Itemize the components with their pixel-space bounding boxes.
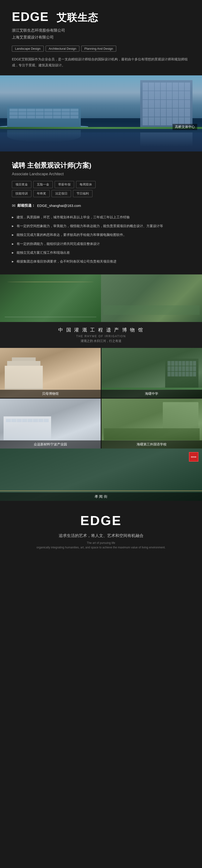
irrigation-right-bg (101, 274, 202, 322)
benefit-tag-0: 项目奖金 (12, 181, 31, 188)
logo-cn: 艾联生态 (57, 12, 98, 23)
requirement-2: 能独立完成方案的构思和表达，要求较高的手绘能力和掌握电脑绘图软件。 (12, 232, 190, 238)
building-windows-left (9, 109, 78, 125)
company2: 上海艾景观设计有限公司 (12, 34, 190, 41)
building-right (140, 80, 193, 128)
benefits-row-2: 技能培训 年终奖 法定假日 节日福利 (12, 190, 190, 197)
museum-roof-1 (7, 361, 40, 366)
project-zhongyuan: 众远新材料宁波产业园 (0, 399, 101, 448)
project-haiyan-middle: 海曙中学 (101, 348, 202, 398)
footer-tagline-cn: 追求生活的艺术，将人文、艺术和空间有机融合 (12, 533, 190, 538)
benefits-row-1: 项目奖金 五险一金 带薪年假 每周双休 (12, 181, 190, 188)
logo-title: EDGE 艾联生态 (12, 9, 190, 24)
footer-logo: EDGE (12, 513, 190, 528)
description: EDGE艾联国际作为企业会员，是一支由精锐设计师组合的国际设计机构，最初由十多位… (12, 56, 190, 68)
museum-building (5, 366, 43, 390)
xiaowenjie-label: 孝 闻 街 (0, 493, 202, 501)
benefit-tag-7: 节日福利 (73, 190, 93, 197)
benefit-tag-6: 法定假日 (52, 190, 71, 197)
park-windows (6, 419, 49, 438)
projects-section: 中 国 灌 溉 工 程 遗 产 博 物 馆 THE RHYME OF IRRIG… (0, 274, 202, 501)
requirement-1: 有一定的空间想象能力，审美能力，领悟能力和表达能力，能负责景观项目的概念设计、方… (12, 223, 190, 229)
irrigation-project: 中 国 灌 溉 工 程 遗 产 博 物 馆 THE RHYME OF IRRIG… (0, 274, 202, 348)
job-section: 诚聘 主创景观设计师(方案) Associate Landscape Archi… (0, 152, 202, 274)
footer-tagline-en-line1: The art of pursuing life (12, 541, 190, 545)
job-subtitle: Associate Landscape Architect (12, 172, 190, 176)
benefit-tag-4: 技能培训 (12, 190, 31, 197)
benefit-tag-1: 五险一金 (33, 181, 53, 188)
hero-label: 高桥文体中心 (172, 124, 197, 130)
haiyan-middle-label: 海曙中学 (101, 390, 202, 398)
header-section: EDGE 艾联生态 浙江艾联生态环境股份有限公司 上海艾景观设计有限公司 Lan… (0, 0, 202, 75)
reflection-right (140, 132, 193, 147)
building-body-left (7, 106, 81, 128)
email-icon: ✉ (12, 203, 15, 208)
email-row: ✉ 邮箱投递： EDGE_shanghai@163.com (12, 203, 190, 208)
path-line-xwj (0, 490, 202, 491)
company-names: 浙江艾联生态环境股份有限公司 上海艾景观设计有限公司 (12, 27, 190, 41)
garden-area (163, 402, 198, 428)
museum-roof-2 (12, 358, 36, 361)
requirement-5: 根据集团总体项目协调要求，会不时到各区域公司负责相关项目推进 (12, 258, 190, 265)
decoration-line (5, 317, 96, 317)
email-value: EDGE_shanghai@163.com (37, 204, 81, 208)
project-haiyan-foreign: 海曙第三外国语学校 (101, 399, 202, 448)
projects-grid: 贝母博物馆 海曙中学 (0, 348, 202, 448)
school-building (165, 359, 198, 390)
park-building-main (4, 416, 51, 440)
requirement-4: 能独立完成方案汇报工作和现场出差 (12, 250, 190, 256)
project-beimubowuguan: 贝母博物馆 (0, 348, 101, 398)
irrigation-img-left (0, 274, 101, 322)
hero-image: 高桥文体中心 (0, 75, 202, 152)
irrigation-subtitle: 灌溉之韵 水归江河，行之有道 (5, 339, 197, 343)
irrigation-caption: 中 国 灌 溉 工 程 遗 产 博 物 馆 THE RHYME OF IRRIG… (0, 322, 202, 348)
ground-garden (104, 428, 200, 440)
job-title: 诚聘 主创景观设计师(方案) (12, 161, 190, 170)
benefit-tag-5: 年终奖 (33, 190, 50, 197)
tags-row: Landscape Design Architectural Design Pl… (12, 46, 190, 52)
tag-planning: Planning And Design (81, 46, 116, 52)
water-element (103, 305, 200, 315)
footer-section: EDGE 追求生活的艺术，将人文、艺术和空间有机融合 The art of pu… (0, 501, 202, 559)
reflection-left (7, 130, 81, 142)
logo-en: EDGE (12, 10, 49, 24)
tag-architectural: Architectural Design (46, 46, 79, 52)
requirements-list: 建筑，风景园林，环艺，城市规划本科及以上毕业，三年或三年以上工作经验 有一定的空… (12, 214, 190, 265)
benefit-tag-3: 每周双休 (76, 181, 96, 188)
benefit-tag-2: 带薪年假 (55, 181, 74, 188)
irrigation-img-right (101, 274, 202, 322)
zhongyuan-label: 众远新材料宁波产业园 (0, 440, 101, 448)
red-stamp-1: EDGE (189, 452, 198, 462)
school-windows (168, 361, 196, 387)
green-strip (0, 127, 202, 129)
school-ground (101, 388, 202, 390)
company1: 浙江艾联生态环境股份有限公司 (12, 27, 190, 34)
requirement-3: 有一定的协调能力，能组织设计师共同完成项目整体设计 (12, 241, 190, 247)
irrigation-title: 中 国 灌 溉 工 程 遗 产 博 物 馆 (5, 327, 197, 333)
museum-base (5, 388, 43, 390)
beimubowuguan-label: 贝母博物馆 (0, 390, 101, 398)
footer-tagline-en-line2: organically integrating humanities, art,… (12, 545, 190, 550)
building-windows-right (143, 83, 190, 125)
irrigation-images (0, 274, 202, 322)
footer-tagline-en: The art of pursuing life organically int… (12, 541, 190, 550)
tag-landscape: Landscape Design (12, 46, 44, 52)
benefits-rows: 项目奖金 五险一金 带薪年假 每周双休 技能培训 年终奖 法定假日 节日福利 (12, 181, 190, 197)
haiyan-foreign-label: 海曙第三外国语学校 (101, 440, 202, 448)
irrigation-title-en: THE RHYME OF IRRIGATION (5, 335, 197, 338)
requirement-0: 建筑，风景园林，环艺，城市规划本科及以上毕业，三年或三年以上工作经验 (12, 214, 190, 220)
email-label: 邮箱投递： (18, 203, 35, 208)
xiaowenjie-project: 孝闻钱 EDGE 孝 闻 街 (0, 448, 202, 501)
